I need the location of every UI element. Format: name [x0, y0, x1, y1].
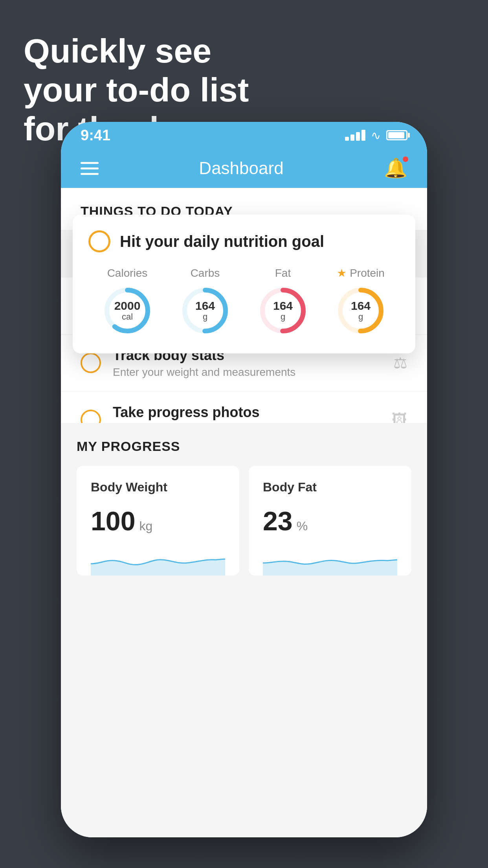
battery-icon — [386, 130, 407, 140]
calories-stat: Calories 2000 cal — [102, 267, 153, 336]
nutrition-card[interactable]: Hit your daily nutrition goal Calories 2… — [73, 215, 415, 353]
body-fat-value: 23 — [263, 506, 293, 536]
nutrition-stats: Calories 2000 cal Carbs — [88, 267, 400, 336]
protein-label: ★ Protein — [337, 267, 385, 280]
carbs-unit: g — [195, 312, 215, 322]
wifi-icon: ∿ — [371, 129, 381, 142]
protein-unit: g — [351, 312, 371, 322]
progress-title: MY PROGRESS — [77, 439, 411, 454]
status-icons: ∿ — [345, 129, 407, 142]
progress-cards: Body Weight 100 kg Body Fat 23 % — [77, 466, 411, 576]
body-weight-title: Body Weight — [91, 480, 225, 495]
calories-unit: cal — [114, 312, 141, 322]
fat-label: Fat — [275, 267, 291, 280]
progress-section: MY PROGRESS Body Weight 100 kg B — [61, 423, 427, 576]
fat-value: 164 — [273, 299, 293, 312]
header-title: Dashboard — [199, 158, 283, 178]
content-area: THINGS TO DO TODAY Hit your daily nutrit… — [61, 188, 427, 837]
body-weight-chart — [91, 544, 225, 576]
phone-frame: 9:41 ∿ Dashboard 🔔 THI — [61, 122, 427, 837]
notification-badge — [402, 156, 409, 163]
body-weight-card[interactable]: Body Weight 100 kg — [77, 466, 239, 576]
nutrition-checkbox[interactable] — [88, 230, 110, 252]
app-header: Dashboard 🔔 — [61, 149, 427, 188]
body-weight-value: 100 — [91, 506, 135, 536]
status-bar: 9:41 ∿ — [61, 122, 427, 149]
calories-value: 2000 — [114, 299, 141, 312]
nutrition-title: Hit your daily nutrition goal — [120, 233, 324, 250]
body-weight-unit: kg — [139, 519, 152, 533]
carbs-value: 164 — [195, 299, 215, 312]
headline-line1: Quickly see — [24, 31, 249, 70]
calories-label: Calories — [107, 267, 148, 280]
fat-unit: g — [273, 312, 293, 322]
protein-circle: 164 g — [335, 285, 386, 336]
signal-icon — [345, 130, 365, 141]
body-fat-card[interactable]: Body Fat 23 % — [249, 466, 411, 576]
body-fat-title: Body Fat — [263, 480, 397, 495]
star-icon: ★ — [337, 267, 347, 280]
notifications-icon[interactable]: 🔔 — [384, 157, 407, 179]
body-fat-chart — [263, 544, 397, 576]
todo-checkbox-body-stats[interactable] — [81, 353, 101, 373]
protein-value: 164 — [351, 299, 371, 312]
carbs-stat: Carbs 164 g — [180, 267, 231, 336]
body-fat-unit: % — [297, 519, 308, 533]
menu-icon[interactable] — [81, 162, 99, 175]
todo-subtitle-body-stats: Enter your weight and measurements — [113, 366, 382, 379]
carbs-circle: 164 g — [180, 285, 231, 336]
calories-circle: 2000 cal — [102, 285, 153, 336]
status-time: 9:41 — [81, 127, 110, 144]
fat-circle: 164 g — [257, 285, 308, 336]
headline-line2: your to-do list — [24, 70, 249, 109]
carbs-label: Carbs — [191, 267, 220, 280]
scale-icon: ⚖ — [393, 354, 407, 372]
todo-title-photos: Take progress photos — [113, 404, 380, 421]
fat-stat: Fat 164 g — [257, 267, 308, 336]
protein-stat: ★ Protein 164 g — [335, 267, 386, 336]
